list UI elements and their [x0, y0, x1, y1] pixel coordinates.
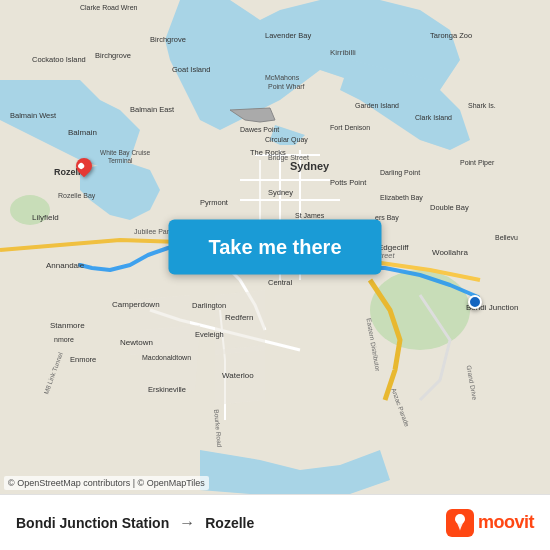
svg-text:St James: St James: [295, 212, 325, 219]
moovit-logo: moovit: [446, 509, 534, 537]
svg-text:Macdonaldtown: Macdonaldtown: [142, 354, 191, 361]
svg-text:Birchgrove: Birchgrove: [95, 51, 131, 60]
svg-text:Lavender Bay: Lavender Bay: [265, 31, 312, 40]
svg-text:Shark Is.: Shark Is.: [468, 102, 496, 109]
app: Sydney Kirribilli McMahons Point Wharf B…: [0, 0, 550, 550]
footer: Bondi Junction Station → Rozelle moovit: [0, 494, 550, 550]
svg-text:Bellevu: Bellevu: [495, 234, 518, 241]
moovit-logo-icon: [446, 509, 474, 537]
svg-text:Point Wharf: Point Wharf: [268, 83, 305, 90]
svg-text:Clark Island: Clark Island: [415, 114, 452, 121]
svg-text:Erskineville: Erskineville: [148, 385, 186, 394]
svg-text:Stanmore: Stanmore: [50, 321, 85, 330]
take-me-there-button[interactable]: Take me there: [168, 220, 381, 275]
svg-text:Redfern: Redfern: [225, 313, 253, 322]
svg-text:Lilyfield: Lilyfield: [32, 213, 59, 222]
svg-text:Balmain West: Balmain West: [10, 111, 57, 120]
map-container[interactable]: Sydney Kirribilli McMahons Point Wharf B…: [0, 0, 550, 494]
footer-origin: Bondi Junction Station: [16, 515, 169, 531]
map-attribution: © OpenStreetMap contributors | © OpenMap…: [4, 476, 209, 490]
svg-text:Newtown: Newtown: [120, 338, 153, 347]
svg-text:Circular Quay: Circular Quay: [265, 136, 308, 144]
svg-text:Bridge Street: Bridge Street: [268, 154, 309, 162]
svg-text:Balmain: Balmain: [68, 128, 97, 137]
svg-text:Woollahra: Woollahra: [432, 248, 468, 257]
svg-text:Balmain East: Balmain East: [130, 105, 175, 114]
svg-text:Enmore: Enmore: [70, 355, 96, 364]
svg-point-1: [370, 270, 470, 350]
svg-text:Garden Island: Garden Island: [355, 102, 399, 109]
svg-text:Potts Point: Potts Point: [330, 178, 367, 187]
svg-text:Central: Central: [268, 278, 293, 287]
svg-text:Rozelle Bay: Rozelle Bay: [58, 192, 96, 200]
moovit-brand-text: moovit: [478, 512, 534, 533]
svg-text:Jubilee Park: Jubilee Park: [134, 228, 173, 235]
svg-text:Elizabeth Bay: Elizabeth Bay: [380, 194, 423, 202]
svg-text:Sydney: Sydney: [268, 188, 293, 197]
svg-text:Camperdown: Camperdown: [112, 300, 160, 309]
svg-text:Dawes Point: Dawes Point: [240, 126, 279, 133]
svg-text:Annandale: Annandale: [46, 261, 85, 270]
svg-text:Kirribilli: Kirribilli: [330, 48, 356, 57]
svg-text:McMahons: McMahons: [265, 74, 300, 81]
svg-text:Pyrmont: Pyrmont: [200, 198, 229, 207]
svg-text:Darlington: Darlington: [192, 301, 226, 310]
destination-pin: [468, 295, 482, 309]
svg-text:Double Bay: Double Bay: [430, 203, 469, 212]
footer-arrow-icon: →: [179, 514, 195, 532]
svg-text:White Bay Cruise: White Bay Cruise: [100, 149, 151, 157]
svg-text:Darling Point: Darling Point: [380, 169, 420, 177]
svg-text:Waterloo: Waterloo: [222, 371, 254, 380]
svg-text:Terminal: Terminal: [108, 157, 133, 164]
svg-text:Cockatoo Island: Cockatoo Island: [32, 55, 86, 64]
svg-text:Point Piper: Point Piper: [460, 159, 495, 167]
svg-text:Fort Denison: Fort Denison: [330, 124, 370, 131]
svg-text:nmore: nmore: [54, 336, 74, 343]
svg-text:Sydney: Sydney: [290, 160, 330, 172]
svg-text:Birchgrove: Birchgrove: [150, 35, 186, 44]
svg-text:Clarke Road Wren: Clarke Road Wren: [80, 4, 138, 11]
svg-text:Taronga Zoo: Taronga Zoo: [430, 31, 472, 40]
svg-text:Goat Island: Goat Island: [172, 65, 210, 74]
svg-text:Eveleigh: Eveleigh: [195, 330, 224, 339]
footer-destination: Rozelle: [205, 515, 254, 531]
